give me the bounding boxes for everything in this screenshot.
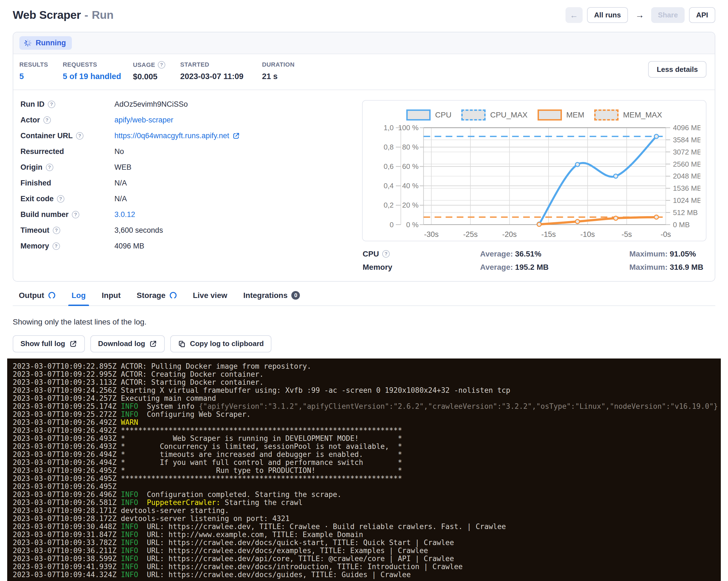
run-stat-label: STARTED	[180, 61, 262, 68]
help-icon[interactable]: ?	[53, 227, 60, 234]
metric-label-text: Memory	[363, 263, 392, 272]
tab-input[interactable]: Input	[102, 291, 121, 306]
svg-text:-20s: -20s	[502, 230, 517, 238]
run-stat-value[interactable]: 5	[19, 72, 63, 81]
metric-maximum-label: Maximum:	[629, 263, 670, 271]
share-button[interactable]: Share	[651, 7, 684, 23]
log-segment: Executing main command	[116, 394, 216, 402]
detail-link[interactable]: apify/web-scraper	[114, 116, 173, 124]
svg-text:1,0: 1,0	[384, 124, 394, 132]
log-segment: {"apifyVersion":"3.1.2","apifyClientVers…	[199, 402, 718, 411]
all-runs-button[interactable]: All runs	[587, 7, 628, 23]
button-label: Download log	[98, 339, 145, 348]
log-timestamp: 2023-03-07T10:09:26.494Z	[13, 450, 116, 458]
log-segment: INFO	[121, 410, 138, 419]
run-stat-value[interactable]: 5 of 19 handled	[63, 72, 133, 81]
svg-text:0: 0	[390, 220, 394, 229]
log-actions: Show full logDownload logCopy log to cli…	[13, 335, 715, 352]
help-icon[interactable]: ?	[72, 211, 79, 218]
legend-item-mem_max[interactable]: MEM_MAX	[594, 109, 662, 121]
help-icon[interactable]: ?	[48, 101, 55, 108]
tab-log[interactable]: Log	[72, 291, 86, 306]
less-details-button[interactable]: Less details	[648, 61, 706, 78]
help-icon[interactable]: ?	[44, 116, 51, 124]
log-segment: * Web Scraper is running in DEVELOPMENT …	[116, 434, 402, 443]
log-timestamp: 2023-03-07T10:09:26.495Z	[13, 474, 116, 483]
log-timestamp: 2023-03-07T10:09:23.113Z	[13, 378, 116, 387]
detail-label-text: Origin	[21, 163, 43, 171]
detail-link[interactable]: 3.0.12	[114, 210, 135, 219]
download-log-button[interactable]: Download log	[90, 335, 165, 352]
tab-label: Live view	[193, 291, 228, 300]
log-segment: INFO	[121, 571, 138, 579]
svg-text:0,4: 0,4	[384, 182, 394, 190]
log-line: 2023-03-07T10:09:23.113Z ACTOR: Starting…	[13, 378, 264, 387]
log-line: 2023-03-07T10:09:44.324Z INFO URL: https…	[13, 571, 411, 579]
log-timestamp: 2023-03-07T10:09:31.847Z	[13, 530, 116, 539]
log-timestamp: 2023-03-07T10:09:26.492Z	[13, 426, 116, 434]
log-segment	[116, 530, 121, 539]
detail-value: N/A	[114, 179, 127, 187]
detail-label: Origin?	[21, 163, 114, 171]
chart-legend: CPUCPU_MAXMEMMEM_MAX	[368, 109, 700, 121]
page-title-actor: Web Scraper	[13, 8, 81, 22]
detail-value: https://0q64wnacgyft.runs.apify.net	[114, 132, 240, 140]
log-segment: URL: https://crawlee.dev/docs/introducti…	[138, 562, 463, 571]
help-icon[interactable]: ?	[53, 242, 60, 250]
svg-text:60 %: 60 %	[402, 162, 418, 170]
log-line: 2023-03-07T10:09:22.895Z ACTOR: Pulling …	[13, 362, 311, 370]
help-icon[interactable]: ?	[382, 250, 390, 258]
svg-text:-10s: -10s	[580, 230, 595, 238]
external-link-icon[interactable]	[232, 132, 240, 139]
help-icon[interactable]: ?	[57, 195, 64, 203]
detail-value: 3,600 seconds	[114, 226, 163, 235]
log-segment: * If you want full control and performan…	[116, 458, 402, 467]
log-segment: devtools-server starting.	[116, 506, 229, 515]
detail-row: Memory?4096 MB	[21, 242, 352, 250]
help-icon[interactable]: ?	[76, 132, 83, 139]
detail-value: apify/web-scraper	[114, 116, 173, 124]
log-segment: Starting X virtual framebuffer using: Xv…	[116, 386, 510, 394]
log-segment: INFO	[121, 402, 138, 411]
help-icon[interactable]: ?	[46, 164, 53, 171]
detail-row: Build number?3.0.12	[21, 210, 352, 219]
detail-label-text: Finished	[21, 179, 51, 187]
help-icon[interactable]: ?	[158, 61, 165, 69]
tab-output[interactable]: Output	[19, 291, 56, 306]
run-stat-results: RESULTS5	[19, 61, 63, 81]
log-segment: URL: https://crawlee.dev/docs/examples, …	[138, 547, 428, 555]
log-segment	[116, 562, 121, 571]
tab-integrations[interactable]: Integrations0	[243, 291, 300, 306]
api-button[interactable]: API	[689, 7, 715, 23]
show-full-log-button[interactable]: Show full log	[13, 335, 85, 352]
detail-link[interactable]: https://0q64wnacgyft.runs.apify.net	[114, 132, 229, 140]
tab-live-view[interactable]: Live view	[193, 291, 228, 306]
log-segment	[116, 402, 121, 411]
detail-label: Exit code?	[21, 194, 114, 203]
legend-swatch	[406, 109, 431, 121]
log-output[interactable]: 2023-03-07T10:09:22.895Z ACTOR: Pulling …	[7, 359, 721, 581]
detail-label: Container URL?	[21, 132, 114, 140]
log-line: 2023-03-07T10:09:26.494Z * timeouts are …	[13, 450, 402, 458]
progress-arc-icon	[170, 292, 177, 299]
legend-item-cpu_max[interactable]: CPU_MAX	[461, 109, 527, 121]
run-stat-label-text: USAGE	[133, 61, 155, 69]
log-line: 2023-03-07T10:09:26.495Z * Run type to P…	[13, 466, 402, 475]
next-run-button[interactable]: →	[632, 7, 647, 23]
svg-text:-30s: -30s	[424, 230, 439, 238]
metric-maximum-value: 91.05%	[670, 249, 696, 258]
header-actions: ← All runs → Share API	[566, 7, 715, 23]
detail-row: Container URL?https://0q64wnacgyft.runs.…	[21, 132, 352, 140]
log-timestamp: 2023-03-07T10:09:36.211Z	[13, 547, 116, 555]
metric-average: Average: 195.2 MB	[480, 263, 629, 272]
tab-storage[interactable]: Storage	[136, 291, 177, 306]
legend-item-mem[interactable]: MEM	[538, 109, 584, 121]
detail-label-text: Actor	[21, 116, 40, 124]
run-details-list: Run ID?AdOz5evimh9NCiSSoActor?apify/web-…	[21, 100, 352, 272]
legend-swatch	[461, 109, 486, 121]
copy-log-to-clipboard-button[interactable]: Copy log to clipboard	[170, 335, 271, 352]
log-segment: ****************************************…	[116, 426, 402, 434]
log-timestamp: 2023-03-07T10:09:25.272Z	[13, 410, 116, 419]
legend-item-cpu[interactable]: CPU	[406, 109, 451, 121]
previous-run-button[interactable]: ←	[566, 7, 582, 23]
